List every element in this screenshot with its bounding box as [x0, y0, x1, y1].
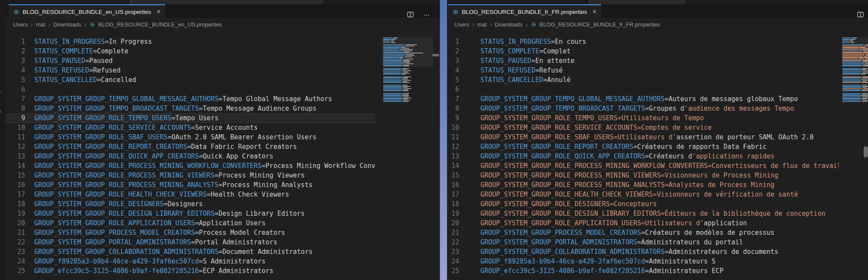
- breadcrumb-item[interactable]: Downloads: [495, 21, 523, 28]
- code-line[interactable]: 17GROUP_SYSTEM_GROUP_ROLE_HEALTH_CHECK_V…: [6, 190, 375, 199]
- code-line[interactable]: 2STATUS_COMPLETE=Complete: [6, 46, 375, 56]
- breadcrumb-item[interactable]: Downloads: [53, 21, 81, 28]
- minimap-line: [383, 59, 413, 59]
- minimap-line: [842, 89, 868, 90]
- breadcrumb-item[interactable]: mat: [36, 21, 46, 28]
- code-line[interactable]: 9GROUP_SYSTEM_GROUP_ROLE_TEMPO_USERS=Tem…: [6, 113, 375, 123]
- code-line[interactable]: 23GROUP_SYSTEM_GROUP_COLLABORATION_ADMIN…: [6, 247, 375, 257]
- minimap-line: [383, 66, 409, 66]
- minimap-line: [383, 57, 403, 58]
- code-line[interactable]: 10GROUP_SYSTEM_GROUP_ROLE_SERVICE_ACCOUN…: [6, 123, 375, 132]
- code-line[interactable]: 23GROUP_SYSTEM_GROUP_COLLABORATION_ADMIN…: [447, 247, 839, 257]
- code-line[interactable]: 15GROUP_SYSTEM_GROUP_ROLE_PROCESS_MINING…: [447, 171, 839, 180]
- code-line[interactable]: 21GROUP_SYSTEM_GROUP_PROCESS_MODEL_CREAT…: [447, 228, 839, 237]
- minimap-line: [383, 76, 411, 77]
- code-line[interactable]: 13GROUP_SYSTEM_GROUP_ROLE_QUICK_APP_CREA…: [6, 152, 375, 161]
- minimap-line: [842, 48, 868, 49]
- code-line[interactable]: 20GROUP_SYSTEM_GROUP_ROLE_APPLICATION_US…: [6, 218, 375, 228]
- code-line[interactable]: 13GROUP_SYSTEM_GROUP_ROLE_QUICK_APP_CREA…: [447, 152, 839, 161]
- line-number: 24: [6, 257, 25, 266]
- minimap-line: [383, 68, 409, 69]
- code-line[interactable]: 24GROUP_f89285a3-b9b4-46ce-a429-3faf6ec5…: [6, 257, 375, 266]
- code-line[interactable]: 25GROUP_efcc39c5-3125-4086-b9af-fe082f28…: [6, 266, 375, 276]
- properties-file-gear-icon: [13, 9, 20, 15]
- minimap-line: [383, 93, 409, 94]
- code-line[interactable]: 22GROUP_SYSTEM_GROUP_PORTAL_ADMINISTRATO…: [6, 237, 375, 247]
- code-line[interactable]: 8GROUP_SYSTEM_GROUP_TEMPO_BROADCAST_TARG…: [447, 104, 839, 113]
- minimap-line: [842, 74, 865, 75]
- code-line[interactable]: 14GROUP_SYSTEM_GROUP_ROLE_PROCESS_MINING…: [6, 161, 375, 171]
- line-number: 3: [6, 56, 25, 66]
- code-line[interactable]: 11GROUP_SYSTEM_GROUP_ROLE_SBAF_USERS=OAu…: [6, 132, 375, 142]
- line-number: 10: [6, 123, 25, 132]
- breadcrumb-item[interactable]: mat: [477, 21, 487, 28]
- code-line[interactable]: 11GROUP_SYSTEM_GROUP_ROLE_SBAF_USERS=Uti…: [447, 132, 839, 142]
- code-line[interactable]: 16GROUP_SYSTEM_GROUP_ROLE_PROCESS_MINING…: [447, 180, 839, 190]
- code-line[interactable]: 4STATUS_REFUSED=Refusé: [447, 66, 839, 75]
- code-line[interactable]: 10GROUP_SYSTEM_GROUP_ROLE_SERVICE_ACCOUN…: [447, 123, 839, 132]
- code-line[interactable]: 24GROUP_f89285a3-b9b4-46ce-a429-3faf6ec5…: [447, 257, 839, 266]
- breadcrumb[interactable]: Users › mat › Downloads › BLOG_RESOURCE_…: [447, 18, 868, 30]
- line-number: 5: [447, 75, 459, 85]
- code-area[interactable]: 1STATUS_IN_PROGRESS=En cours2STATUS_COMP…: [447, 37, 839, 280]
- editor-en-us[interactable]: 1STATUS_IN_PROGRESS=In Progress2STATUS_C…: [6, 30, 440, 280]
- code-line[interactable]: 1STATUS_IN_PROGRESS=En cours: [447, 37, 839, 46]
- code-line[interactable]: 8GROUP_SYSTEM_GROUP_TEMPO_BROADCAST_TARG…: [6, 104, 375, 113]
- breadcrumb-item[interactable]: Users: [13, 21, 28, 28]
- code-line[interactable]: 21GROUP_SYSTEM_GROUP_PROCESS_MODEL_CREAT…: [6, 228, 375, 237]
- code-line[interactable]: 18GROUP_SYSTEM_GROUP_ROLE_DESIGNERS=Desi…: [6, 199, 375, 209]
- scrollbar-thumb[interactable]: [864, 146, 868, 158]
- code-area[interactable]: 1STATUS_IN_PROGRESS=In Progress2STATUS_C…: [6, 37, 375, 280]
- code-line[interactable]: 2STATUS_COMPLETE=Complet: [447, 46, 839, 56]
- tab-fr-fr-properties[interactable]: BLOG_RESOURCE_BUNDLE_fr_FR.properties ✕: [448, 4, 601, 18]
- code-line[interactable]: 12GROUP_SYSTEM_GROUP_ROLE_REPORT_CREATOR…: [447, 142, 839, 152]
- code-line[interactable]: 9GROUP_SYSTEM_GROUP_ROLE_TEMPO_USERS=Uti…: [447, 113, 839, 123]
- minimap[interactable]: [382, 31, 433, 280]
- code-line[interactable]: 6: [6, 85, 375, 94]
- breadcrumb-item[interactable]: Users: [454, 21, 469, 28]
- minimap-line: [842, 49, 868, 50]
- close-tab-icon[interactable]: ✕: [156, 9, 161, 15]
- code-line[interactable]: 5STATUS_CANCELLED=Annulé: [447, 75, 839, 85]
- minimap-line: [383, 82, 410, 83]
- code-line[interactable]: 20GROUP_SYSTEM_GROUP_ROLE_APPLICATION_US…: [447, 218, 839, 228]
- code-line[interactable]: 18GROUP_SYSTEM_GROUP_ROLE_DESIGNERS=Conc…: [447, 199, 839, 209]
- minimap-line: [383, 69, 407, 70]
- close-tab-icon[interactable]: ✕: [592, 9, 597, 15]
- line-number: 8: [447, 104, 459, 113]
- minimap-line: [383, 55, 414, 56]
- breadcrumb[interactable]: Users › mat › Downloads › BLOG_RESOURCE_…: [6, 18, 440, 30]
- code-line[interactable]: 15GROUP_SYSTEM_GROUP_ROLE_PROCESS_MINING…: [6, 171, 375, 180]
- code-line[interactable]: 3STATUS_PAUSED=En attente: [447, 56, 839, 66]
- code-line[interactable]: 3STATUS_PAUSED=Paused: [6, 56, 375, 66]
- line-number: 15: [6, 171, 25, 180]
- code-line[interactable]: 22GROUP_SYSTEM_GROUP_PORTAL_ADMINISTRATO…: [447, 237, 839, 247]
- code-line[interactable]: 19GROUP_SYSTEM_GROUP_ROLE_DESIGN_LIBRARY…: [447, 209, 839, 218]
- code-line[interactable]: 17GROUP_SYSTEM_GROUP_ROLE_HEALTH_CHECK_V…: [447, 190, 839, 199]
- code-line[interactable]: 19GROUP_SYSTEM_GROUP_ROLE_DESIGN_LIBRARY…: [6, 209, 375, 218]
- code-line[interactable]: 16GROUP_SYSTEM_GROUP_ROLE_PROCESS_MINING…: [6, 180, 375, 190]
- code-line[interactable]: 14GROUP_SYSTEM_GROUP_ROLE_PROCESS_MINING…: [447, 161, 839, 171]
- minimap-line: [842, 98, 868, 99]
- code-line[interactable]: 7GROUP_SYSTEM_GROUP_TEMPO_GLOBAL_MESSAGE…: [447, 94, 839, 104]
- code-line[interactable]: 1STATUS_IN_PROGRESS=In Progress: [6, 37, 375, 46]
- editor-fr-fr[interactable]: 1STATUS_IN_PROGRESS=En cours2STATUS_COMP…: [447, 30, 868, 280]
- code-line[interactable]: 5STATUS_CANCELLED=Cancelled: [6, 75, 375, 85]
- line-number: 14: [6, 161, 25, 171]
- minimap-line: [383, 40, 394, 40]
- minimap-line: [383, 99, 408, 99]
- minimap-line: [842, 81, 867, 82]
- code-line[interactable]: 12GROUP_SYSTEM_GROUP_ROLE_REPORT_CREATOR…: [6, 142, 375, 152]
- breadcrumb-file[interactable]: BLOG_RESOURCE_BUNDLE_en_US.properties: [98, 21, 222, 28]
- minimap-line: [383, 65, 409, 66]
- code-line[interactable]: 7GROUP_SYSTEM_GROUP_TEMPO_GLOBAL_MESSAGE…: [6, 94, 375, 104]
- line-number: 11: [6, 132, 25, 142]
- tab-en-us-properties[interactable]: BLOG_RESOURCE_BUNDLE_en_US.properties ✕: [9, 4, 165, 18]
- code-line[interactable]: 6: [447, 85, 839, 94]
- line-number: 9: [447, 113, 459, 123]
- code-line[interactable]: 4STATUS_REFUSED=Refused: [6, 66, 375, 75]
- breadcrumb-file[interactable]: BLOG_RESOURCE_BUNDLE_fr_FR.properties: [539, 21, 660, 28]
- scrollbar-thumb[interactable]: [432, 54, 439, 56]
- chevron-right-icon: ›: [84, 21, 86, 28]
- code-line[interactable]: 25GROUP_efcc39c5-3125-4086-b9af-fe082f28…: [447, 266, 839, 276]
